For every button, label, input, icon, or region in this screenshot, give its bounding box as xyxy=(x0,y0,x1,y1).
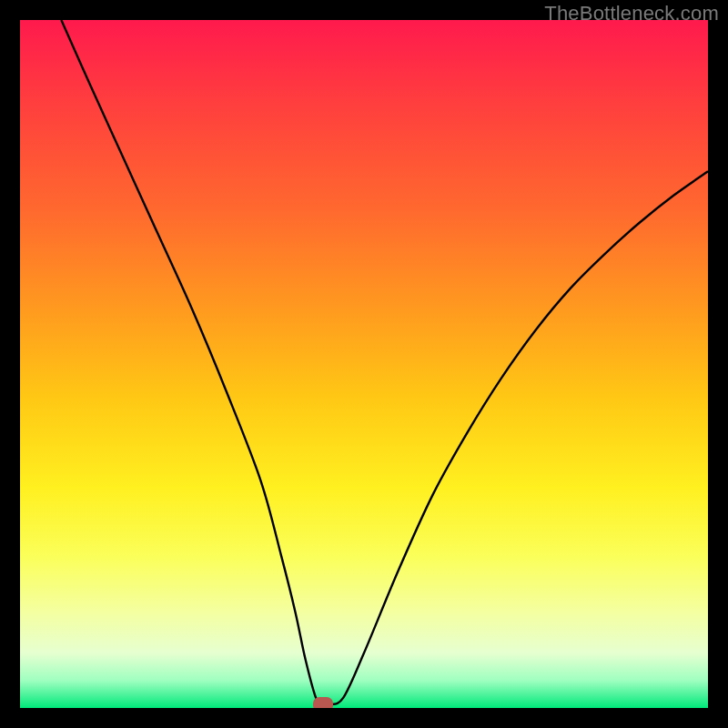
curve-svg xyxy=(20,20,708,708)
plot-area xyxy=(20,20,708,708)
watermark: TheBottleneck.com xyxy=(544,2,719,25)
chart-frame: TheBottleneck.com xyxy=(0,0,728,728)
bottleneck-curve xyxy=(61,20,708,705)
optimum-marker xyxy=(313,697,333,708)
